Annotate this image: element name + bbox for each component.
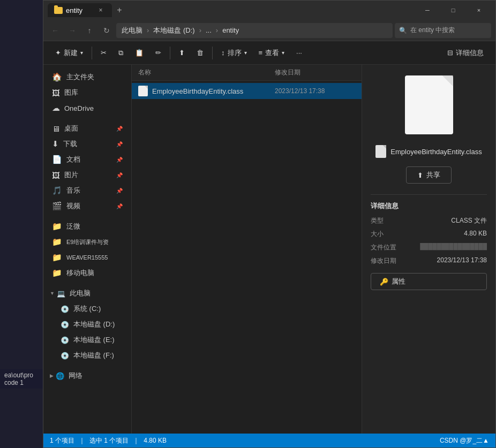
gallery-icon: 🖼: [52, 88, 60, 97]
cut-icon: ✂: [101, 49, 107, 57]
sidebar-item-pictures[interactable]: 🖼 图片 📌: [46, 168, 129, 183]
sidebar-label-gallery: 图库: [64, 88, 78, 97]
search-bar[interactable]: 🔍 在 entity 中搜索: [395, 23, 491, 38]
maximize-button[interactable]: □: [441, 2, 465, 19]
pictures-icon: 🖼: [52, 171, 60, 180]
sidebar-label-e9: E9培训课件与资: [66, 238, 109, 246]
up-icon: ↑: [88, 26, 92, 35]
copy-button[interactable]: ⧉: [113, 46, 129, 60]
share-detail-button[interactable]: ⬆ 共享: [406, 166, 452, 184]
sidebar-label-onedrive: OneDrive: [64, 104, 94, 112]
desktop-icon: 🖥: [52, 124, 60, 133]
onedrive-icon: ☁: [52, 103, 60, 113]
path-segment-3: ...: [206, 26, 212, 34]
forward-button[interactable]: →: [65, 23, 80, 38]
weaver-folder-icon: 📁: [52, 253, 62, 262]
view-button[interactable]: ≡ 查看 ▾: [253, 45, 290, 60]
more-button[interactable]: ···: [291, 46, 307, 59]
details-button[interactable]: ⊟ 详细信息: [442, 45, 489, 60]
sidebar-item-fanwei[interactable]: 📁 泛微: [46, 219, 129, 234]
sidebar-label-pictures: 图片: [64, 170, 78, 180]
detail-panel: EmployeeBirthdayEntity.class ⬆ 共享 详细信息 类…: [362, 65, 495, 434]
music-icon: 🎵: [52, 186, 62, 195]
paste-icon: 📋: [135, 49, 144, 57]
paste-button[interactable]: 📋: [130, 46, 149, 59]
explorer-window: entity × + ─ □ × ← → ↑ ↻ 此电脑 › 本地磁盘 (D:)…: [43, 0, 496, 448]
back-button[interactable]: ←: [48, 23, 63, 38]
main-area: 🏠 主文件夹 🖼 图库 ☁ OneDrive 🖥 桌面 📌 ⬇ 下载 📌: [43, 65, 495, 434]
tab-group: entity × +: [48, 3, 415, 18]
sidebar-label-fanwei: 泛微: [66, 222, 80, 231]
sidebar-item-weaver[interactable]: 📁 WEAVER15555: [46, 250, 129, 265]
sidebar-item-drive-c[interactable]: 💿 系统 (C:): [46, 301, 129, 316]
rename-button[interactable]: ✏: [150, 46, 167, 59]
sidebar-item-gallery[interactable]: 🖼 图库: [46, 85, 129, 100]
col-date-header: 修改日期: [275, 68, 355, 77]
close-button[interactable]: ×: [467, 2, 491, 19]
info-title: 详细信息: [371, 201, 487, 211]
attr-button[interactable]: 🔑 属性: [371, 273, 487, 290]
sidebar-item-home[interactable]: 🏠 主文件夹: [46, 70, 129, 85]
pin-icon-videos: 📌: [116, 203, 123, 209]
new-tab-button[interactable]: +: [112, 3, 127, 18]
network-expand[interactable]: ▶ 🌐 网络: [46, 368, 129, 383]
sidebar-item-documents[interactable]: 📄 文档 📌: [46, 152, 129, 167]
sidebar-item-mobile[interactable]: 📁 移动电脑: [46, 265, 129, 280]
file-list-header: 名称 修改日期: [132, 65, 362, 81]
path-segment-1: 此电脑: [122, 26, 142, 35]
new-arrow-icon: ▾: [80, 50, 83, 56]
status-selected: 选中 1 个项目: [89, 436, 129, 445]
info-row-type: 类型 CLASS 文件: [371, 216, 487, 225]
view-icon: ≡: [259, 49, 263, 57]
pin-icon-downloads: 📌: [116, 141, 123, 147]
sidebar-item-onedrive[interactable]: ☁ OneDrive: [46, 101, 129, 116]
minimize-button[interactable]: ─: [415, 2, 440, 19]
path-segment-2: 本地磁盘 (D:): [153, 26, 194, 35]
share-icon: ⬆: [179, 49, 185, 57]
sidebar-item-downloads[interactable]: ⬇ 下载 📌: [46, 136, 129, 151]
sidebar-label-home: 主文件夹: [66, 72, 94, 82]
file-date: 2023/12/13 17:38: [275, 87, 355, 95]
info-value-modified: 2023/12/13 17:38: [437, 256, 487, 264]
share-detail-label: 共享: [426, 170, 440, 180]
delete-button[interactable]: 🗑: [191, 46, 209, 59]
this-pc-expand[interactable]: ▼ 💻 此电脑: [46, 286, 129, 301]
new-button[interactable]: ✦ 新建 ▾: [50, 45, 88, 60]
sidebar-item-drive-e[interactable]: 💿 本地磁盘 (E:): [46, 332, 129, 347]
sidebar-item-e9[interactable]: 📁 E9培训课件与资: [46, 234, 129, 249]
address-bar[interactable]: 此电脑 › 本地磁盘 (D:) › ... › entity: [116, 23, 393, 38]
view-label: 查看: [265, 48, 279, 58]
info-value-size: 4.80 KB: [464, 230, 487, 237]
separator-2: [170, 47, 170, 59]
tab-close-button[interactable]: ×: [96, 5, 106, 15]
pin-icon-music: 📌: [116, 188, 123, 194]
col-name-header: 名称: [138, 68, 275, 77]
sort-button[interactable]: ↕ 排序 ▾: [216, 45, 252, 60]
sidebar-label-music: 音乐: [66, 186, 80, 195]
sidebar-item-drive-f[interactable]: 💿 本地磁盘 (F:): [46, 348, 129, 363]
active-tab[interactable]: entity ×: [48, 3, 112, 17]
attr-icon: 🔑: [380, 278, 388, 286]
refresh-button[interactable]: ↻: [99, 23, 114, 38]
file-class-icon: [138, 86, 148, 96]
tab-label: entity: [66, 6, 82, 14]
sidebar-item-music[interactable]: 🎵 音乐 📌: [46, 183, 129, 198]
cut-button[interactable]: ✂: [95, 46, 112, 59]
details-label: 详细信息: [456, 48, 484, 58]
sidebar-item-desktop[interactable]: 🖥 桌面 📌: [46, 121, 129, 136]
rename-icon: ✏: [155, 49, 161, 57]
drive-c-icon: 💿: [61, 305, 69, 313]
pin-icon-pictures: 📌: [116, 172, 123, 178]
status-sep1: ｜: [79, 436, 85, 445]
file-row[interactable]: EmployeeBirthdayEntity.class 2023/12/13 …: [132, 83, 362, 99]
sidebar-item-videos[interactable]: 🎬 视频 📌: [46, 199, 129, 214]
drive-d-icon: 💿: [61, 321, 69, 329]
up-button[interactable]: ↑: [82, 23, 97, 38]
sidebar-item-drive-d[interactable]: 💿 本地磁盘 (D:): [46, 317, 129, 332]
info-value-location: ████████████████: [420, 243, 487, 249]
mobile-folder-icon: 📁: [52, 268, 62, 278]
network-label: 网络: [69, 371, 82, 381]
e9-folder-icon: 📁: [52, 237, 62, 247]
drive-d-label: 本地磁盘 (D:): [73, 320, 115, 329]
share-button[interactable]: ⬆: [174, 46, 190, 59]
